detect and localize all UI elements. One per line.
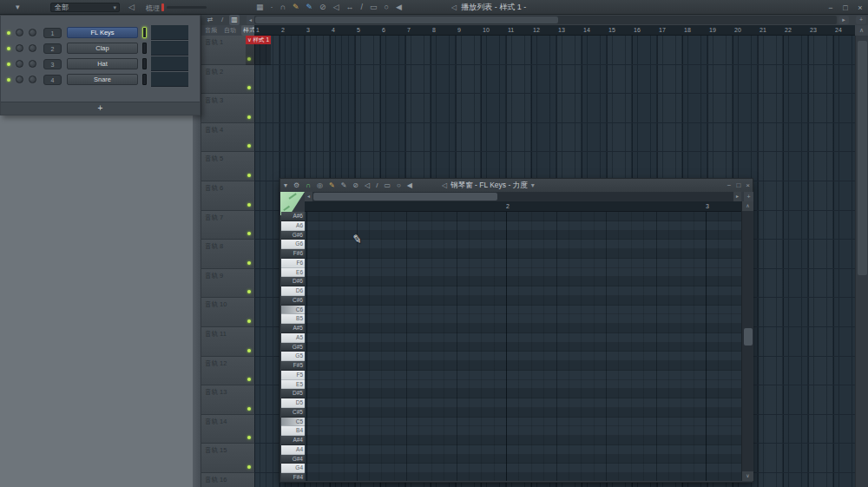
track-mute-led[interactable] — [247, 203, 251, 207]
channel-enable-led[interactable] — [7, 47, 10, 50]
track-mute-led[interactable] — [247, 436, 251, 439]
add-channel-button[interactable]: + — [1, 102, 200, 115]
piano-view-icon[interactable]: ▥ — [229, 15, 240, 25]
track-mute-led[interactable] — [247, 174, 251, 177]
pan-knob[interactable] — [16, 60, 23, 68]
piano-key[interactable]: G#4 — [281, 455, 305, 464]
track-grid-lane[interactable] — [254, 94, 855, 123]
track-header[interactable]: 音轨 4 — [201, 123, 254, 153]
piano-key[interactable]: F#6 — [281, 249, 305, 259]
piano-key[interactable]: G5 — [281, 352, 305, 361]
mute-tool-icon[interactable]: ◁ — [333, 0, 339, 15]
channel-enable-led[interactable] — [7, 31, 10, 35]
scroll-right-icon[interactable]: ▸ — [733, 192, 741, 201]
piano-key[interactable]: C#5 — [281, 408, 305, 418]
track-grid-lane[interactable] — [254, 65, 855, 95]
piano-key[interactable]: G4 — [281, 464, 305, 473]
piano-key[interactable]: A6 — [281, 221, 305, 231]
playback-tool-icon[interactable]: ◀ — [407, 181, 412, 189]
piano-key[interactable]: D#5 — [281, 389, 305, 398]
track-mute-led[interactable] — [247, 378, 251, 381]
piano-key[interactable]: E6 — [281, 268, 305, 278]
piano-key[interactable]: C#6 — [281, 296, 305, 306]
track-header[interactable]: 音轨 15 — [201, 444, 254, 473]
track-header[interactable]: 音轨 5 — [201, 152, 254, 181]
clip-menu-arrow-icon[interactable]: ∨ — [247, 36, 252, 43]
scrollbar-handle[interactable] — [858, 41, 867, 275]
options-arrow-icon[interactable]: ▾ — [284, 181, 287, 189]
mixer-target-pill[interactable] — [142, 43, 147, 54]
piano-roll-ruler[interactable]: 23 — [305, 201, 741, 212]
maximize-button[interactable]: □ — [841, 3, 850, 12]
speaker-icon[interactable]: ◁ — [451, 3, 457, 11]
piano-key[interactable]: D6 — [281, 286, 305, 296]
crossfade-icon[interactable]: ⇄ — [205, 15, 215, 25]
close-button[interactable]: × — [746, 181, 750, 189]
zoom-plus-button[interactable]: + — [744, 192, 753, 201]
playlist-vertical-scrollbar[interactable] — [855, 36, 868, 487]
channel-enable-led[interactable] — [7, 78, 10, 82]
zoom-tool-icon[interactable]: ○ — [385, 0, 389, 15]
piano-key[interactable]: A#5 — [281, 324, 305, 333]
track-header[interactable]: 音轨 6 — [201, 181, 254, 211]
track-grid-lane[interactable] — [254, 123, 855, 153]
delete-tool-icon[interactable]: ⊘ — [319, 0, 326, 15]
piano-key[interactable]: C6 — [281, 306, 305, 315]
scrollbar-handle[interactable] — [744, 328, 753, 346]
speaker-icon[interactable]: ◁ — [442, 181, 447, 189]
preset-filter-dropdown[interactable]: 全部 ▾ — [50, 3, 120, 12]
track-grid-lane[interactable] — [254, 152, 855, 181]
grid-icon[interactable]: ▦ — [256, 0, 264, 15]
maximize-button[interactable]: □ — [736, 181, 740, 189]
monitor-speaker-icon[interactable]: ◁ — [128, 3, 135, 11]
track-header[interactable]: 音轨 12 — [201, 357, 254, 386]
mixer-target-pill[interactable] — [142, 58, 147, 69]
piano-key[interactable]: C5 — [281, 418, 305, 427]
pan-knob[interactable] — [16, 76, 23, 83]
channel-name-button[interactable]: FL Keys — [67, 27, 138, 38]
piano-key[interactable]: E5 — [281, 380, 305, 390]
minimize-button[interactable]: − — [826, 3, 835, 12]
paint-tool-icon[interactable]: ✎ — [306, 0, 313, 15]
slip-tool-icon[interactable]: ↔ — [346, 0, 354, 15]
zoom-plus-button[interactable]: + — [856, 16, 866, 24]
scrollbar-handle[interactable] — [313, 193, 497, 201]
volume-knob[interactable] — [29, 76, 36, 83]
piano-roll-titlebar[interactable]: ▾⚙∩◎✎✎⊘◁/▭○◀ ◁ 钢琴窗 - FL Keys - 力度 ▾ − □ … — [280, 179, 753, 192]
collapse-arrow-icon[interactable]: ◂ — [247, 16, 254, 24]
track-mute-led[interactable] — [247, 407, 251, 411]
playlist-timeline-ruler[interactable]: 123456789101112131415161718192021222324 — [254, 25, 855, 36]
close-button[interactable]: × — [856, 3, 865, 12]
scroll-right-icon[interactable]: ▸ — [838, 16, 849, 24]
channel-enable-led[interactable] — [7, 63, 10, 66]
scroll-up-icon[interactable]: ∧ — [856, 26, 867, 36]
paint-tool-icon[interactable]: ✎ — [341, 181, 347, 189]
zoom-tool-icon[interactable]: ○ — [397, 181, 401, 189]
magnet-icon[interactable]: ∩ — [306, 181, 311, 189]
draw-tool-icon[interactable]: ✎ — [329, 181, 335, 189]
slice-tool-icon[interactable]: / — [361, 0, 364, 15]
piano-key[interactable]: G6 — [281, 240, 305, 249]
step-sequencer-lane[interactable] — [151, 41, 188, 56]
scroll-left-icon[interactable]: ◂ — [305, 192, 312, 201]
piano-key[interactable]: B4 — [281, 426, 305, 436]
track-header[interactable]: 音轨 14 — [201, 415, 254, 444]
minimize-button[interactable]: − — [727, 181, 732, 189]
select-tool-icon[interactable]: ▭ — [384, 181, 391, 189]
track-mute-led[interactable] — [247, 86, 251, 89]
playback-tool-icon[interactable]: ◀ — [396, 0, 402, 15]
track-mute-led[interactable] — [247, 232, 251, 235]
track-mute-led[interactable] — [247, 290, 251, 293]
track-mute-led[interactable] — [247, 349, 251, 352]
piano-key[interactable]: F6 — [281, 259, 305, 268]
piano-key[interactable]: F5 — [281, 371, 305, 380]
volume-knob[interactable] — [29, 60, 36, 68]
piano-key[interactable]: D5 — [281, 398, 305, 408]
track-header[interactable]: 音轨 10 — [201, 298, 254, 327]
track-header[interactable]: 音轨 7 — [201, 211, 254, 240]
piano-roll-grid[interactable] — [305, 212, 741, 481]
track-mute-led[interactable] — [247, 261, 251, 265]
piano-key[interactable]: A#6 — [281, 212, 305, 221]
pan-knob[interactable] — [16, 29, 23, 36]
piano-key[interactable]: G#5 — [281, 343, 305, 352]
